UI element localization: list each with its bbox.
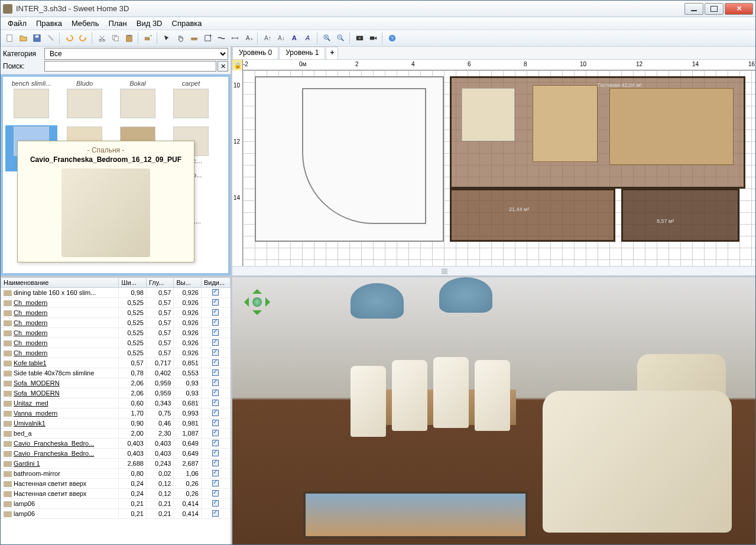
zoom-in-icon[interactable] [320, 32, 333, 45]
create-polyline-icon[interactable] [215, 32, 228, 45]
nav-right-icon[interactable] [265, 297, 275, 307]
furniture-catalog[interactable]: bench slimli... Bludo Bokal carpet Ca...… [1, 74, 231, 275]
redo-icon[interactable] [76, 32, 89, 45]
visibility-checkbox[interactable] [212, 299, 219, 306]
lock-icon[interactable]: 🔒 [232, 60, 243, 70]
table-row[interactable]: bed_a2,002,301,087 [1, 429, 231, 439]
menu-plan[interactable]: План [103, 18, 131, 29]
help-icon[interactable]: ? [385, 32, 398, 45]
visibility-checkbox[interactable] [212, 450, 219, 456]
create-walls-icon[interactable] [187, 32, 200, 45]
maximize-button[interactable] [705, 3, 723, 15]
pan-tool-icon[interactable] [174, 32, 187, 45]
select-tool-icon[interactable] [160, 32, 173, 45]
nav-compass[interactable] [239, 284, 275, 320]
visibility-checkbox[interactable] [212, 329, 219, 336]
visibility-checkbox[interactable] [212, 309, 219, 316]
create-room-icon[interactable]: + [201, 32, 214, 45]
table-row[interactable]: Ch_modern0,5250,570,926 [1, 338, 231, 348]
create-dimension-icon[interactable] [228, 32, 241, 45]
create-video-icon[interactable] [366, 32, 379, 45]
search-input[interactable] [44, 61, 216, 72]
table-row[interactable]: bathroom-mirror0,800,021,06 [1, 469, 231, 479]
table-row[interactable]: Sofa_MODERN2,060,9590,93 [1, 388, 231, 398]
table-row[interactable]: Cavio_Francheska_Bedro...0,4030,4030,649 [1, 449, 231, 459]
col-depth[interactable]: Глу... [146, 278, 174, 288]
col-width[interactable]: Ши... [119, 278, 147, 288]
view-3d[interactable] [232, 277, 755, 544]
table-row[interactable]: Ch_modern0,5250,570,926 [1, 308, 231, 318]
table-row[interactable]: Ch_modern0,5250,570,926 [1, 348, 231, 358]
create-text-icon[interactable]: A₊ [242, 32, 255, 45]
col-name[interactable]: Наименование [1, 278, 119, 288]
menu-view3d[interactable]: Вид 3D [132, 18, 167, 29]
visibility-checkbox[interactable] [212, 339, 219, 346]
visibility-checkbox[interactable] [212, 289, 219, 296]
table-row[interactable]: Gardini 12,6880,2432,687 [1, 459, 231, 469]
nav-up-icon[interactable] [252, 284, 262, 294]
table-row[interactable]: lamp060,210,210,414 [1, 509, 231, 519]
visibility-checkbox[interactable] [212, 359, 219, 366]
col-height[interactable]: Вы... [174, 278, 202, 288]
catalog-item[interactable]: bench slimli... [5, 79, 57, 125]
table-row[interactable]: Настенная светит вверх0,240,120,26 [1, 489, 231, 499]
visibility-checkbox[interactable] [212, 490, 219, 497]
visibility-checkbox[interactable] [212, 480, 219, 486]
catalog-item[interactable]: Bludo [59, 79, 111, 125]
visibility-checkbox[interactable] [212, 500, 219, 507]
table-row[interactable]: Ch_modern0,5250,570,926 [1, 298, 231, 308]
visibility-checkbox[interactable] [212, 349, 219, 356]
visibility-checkbox[interactable] [212, 420, 219, 426]
visibility-checkbox[interactable] [212, 470, 219, 476]
visibility-checkbox[interactable] [212, 390, 219, 396]
new-file-icon[interactable] [3, 32, 16, 45]
nav-center-icon[interactable] [252, 297, 262, 307]
paste-icon[interactable] [122, 32, 135, 45]
increase-text-icon[interactable]: A↑ [261, 32, 274, 45]
table-row[interactable]: Ch_modern0,5250,570,926 [1, 328, 231, 338]
table-row[interactable]: lamp060,210,210,414 [1, 499, 231, 509]
menu-furniture[interactable]: Мебель [67, 18, 104, 29]
undo-icon[interactable] [63, 32, 76, 45]
add-level-button[interactable]: + [326, 47, 338, 59]
plan-scrollbar[interactable] [232, 266, 755, 275]
visibility-checkbox[interactable] [212, 430, 219, 436]
cut-icon[interactable] [95, 32, 108, 45]
nav-down-icon[interactable] [252, 310, 262, 320]
table-row[interactable]: Side table 40x78cm slimline0,780,4020,55… [1, 368, 231, 378]
visibility-checkbox[interactable] [212, 440, 219, 446]
copy-icon[interactable] [109, 32, 122, 45]
nav-left-icon[interactable] [239, 297, 249, 307]
clear-search-icon[interactable]: ✕ [218, 61, 228, 72]
bold-icon[interactable]: A [288, 32, 301, 45]
open-file-icon[interactable] [17, 32, 30, 45]
visibility-checkbox[interactable] [212, 460, 219, 466]
plan-view[interactable]: Уровень 0 Уровень 1 + 🔒 -20м246810121416… [232, 47, 755, 277]
tab-level-0[interactable]: Уровень 0 [232, 47, 278, 59]
table-row[interactable]: Umivalnik10,900,460,981 [1, 419, 231, 429]
table-row[interactable]: Настенная светит вверх0,240,120,26 [1, 479, 231, 489]
table-row[interactable]: Ch_modern0,5250,570,926 [1, 318, 231, 328]
create-photo-icon[interactable] [353, 32, 366, 45]
tab-level-1[interactable]: Уровень 1 [279, 47, 325, 59]
menu-help[interactable]: Справка [167, 18, 207, 29]
table-row[interactable]: Sofa_MODERN2,060,9590,93 [1, 378, 231, 388]
table-row[interactable]: dining table 160 x 160 slim...0,980,570,… [1, 288, 231, 298]
col-visible[interactable]: Види... [201, 278, 230, 288]
minimize-button[interactable] [684, 3, 703, 15]
table-row[interactable]: Kofe table10,570,7170,851 [1, 358, 231, 368]
close-button[interactable]: ✕ [725, 3, 753, 15]
table-row[interactable]: Cavio_Francheska_Bedro...0,4030,4030,649 [1, 439, 231, 449]
menu-file[interactable]: Файл [3, 18, 31, 29]
save-icon[interactable] [30, 32, 43, 45]
plan-canvas[interactable]: 14,87 м² Гостиная 42,04 м² 21,44 м² 8,57… [243, 70, 755, 266]
menu-edit[interactable]: Правка [31, 18, 67, 29]
italic-icon[interactable]: A [301, 32, 314, 45]
zoom-out-icon[interactable] [334, 32, 347, 45]
visibility-checkbox[interactable] [212, 510, 219, 517]
add-furniture-icon[interactable]: + [141, 32, 154, 45]
furniture-table[interactable]: Наименование Ши... Глу... Вы... Види... … [1, 275, 231, 544]
catalog-item[interactable]: Bokal [112, 79, 164, 125]
visibility-checkbox[interactable] [212, 379, 219, 386]
visibility-checkbox[interactable] [212, 319, 219, 326]
